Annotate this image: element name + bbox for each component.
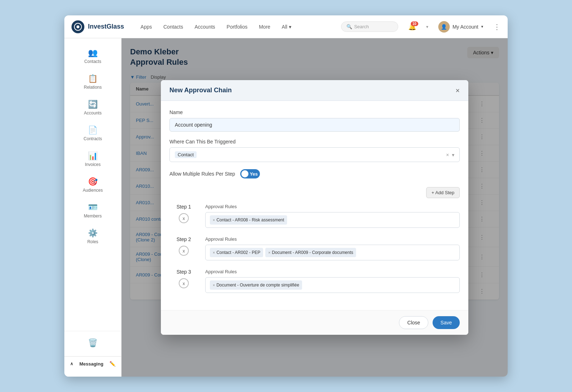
sidebar-item-relations[interactable]: 📋 Relations — [64, 70, 121, 94]
nav-more[interactable]: More — [258, 23, 271, 31]
search-box[interactable]: 🔍 Search — [341, 21, 398, 32]
sidebar-item-members[interactable]: 🪪 Members — [64, 199, 121, 223]
more-options-button[interactable]: ⋮ — [493, 23, 500, 31]
messaging-section[interactable]: ∧ Messaging ✏️ — [64, 356, 121, 371]
sidebar-item-invoices[interactable]: 📊 Invoices — [64, 147, 121, 171]
sidebar-label-contracts: Contracts — [84, 136, 102, 141]
step-2-tags-field[interactable]: × Contact - AR002 - PEP × Document - AR0… — [205, 245, 460, 260]
audiences-icon: 🎯 — [88, 177, 98, 186]
toggle-switch[interactable]: Yes — [240, 169, 260, 178]
modal-footer: Close Save — [161, 310, 468, 335]
account-chevron-icon: ▾ — [481, 24, 483, 29]
modal-header: New Approval Chain × — [161, 80, 468, 101]
tag-text: Document - AR009 - Corporate documents — [272, 250, 353, 255]
trigger-select[interactable]: Contact × ▾ — [169, 147, 460, 162]
trigger-form-group: Where Can This Be Triggered Contact × ▾ — [169, 139, 460, 162]
modal-body: Name Where Can This Be Triggered Contact — [161, 101, 468, 310]
select-chevron-icon[interactable]: ▾ — [452, 152, 454, 158]
nav-apps[interactable]: Apps — [140, 23, 153, 31]
sidebar-item-trash[interactable]: 🗑️ — [64, 334, 121, 352]
sidebar-item-contracts[interactable]: 📄 Contracts — [64, 121, 121, 146]
step-3-remove-button[interactable]: x — [179, 278, 189, 288]
step-1-rules-label: Approval Rules — [205, 204, 460, 209]
search-icon: 🔍 — [346, 24, 352, 29]
members-icon: 🪪 — [88, 203, 98, 212]
nav-all[interactable]: All ▾ — [281, 23, 292, 31]
modal-new-approval-chain: New Approval Chain × Name Where Can This… — [161, 80, 468, 335]
step-3-content: Approval Rules × Document - Ouverture de… — [205, 269, 460, 293]
step-3-label-col: Step 3 x — [169, 269, 198, 288]
step-1-content: Approval Rules × Contact - AR008 - Risk … — [205, 204, 460, 228]
step-3-tags-field[interactable]: × Document - Ouverture de compte simplif… — [205, 277, 460, 293]
select-tags: Contact — [175, 151, 197, 158]
tag-remove-icon[interactable]: × — [213, 218, 215, 222]
trigger-tag: Contact — [175, 151, 197, 158]
modal-title: New Approval Chain — [169, 87, 232, 94]
sidebar-label-invoices: Invoices — [85, 162, 100, 167]
sidebar: 👥 Contacts 📋 Relations 🔄 Accounts 📄 Cont… — [64, 38, 122, 377]
sidebar-item-audiences[interactable]: 🎯 Audiences — [64, 173, 121, 197]
search-placeholder: Search — [354, 24, 369, 29]
name-form-group: Name — [169, 109, 460, 132]
sidebar-item-contacts[interactable]: 👥 Contacts — [64, 44, 121, 68]
nav-portfolios[interactable]: Portfolios — [226, 23, 248, 31]
app-window: InvestGlass Apps Contacts Accounts Portf… — [64, 15, 508, 377]
accounts-icon: 🔄 — [88, 100, 98, 109]
roles-icon: ⚙️ — [88, 229, 98, 238]
sidebar-label-accounts: Accounts — [84, 111, 102, 116]
step-3-rules-label: Approval Rules — [205, 269, 460, 274]
name-input[interactable] — [169, 118, 460, 132]
top-nav: InvestGlass Apps Contacts Accounts Portf… — [64, 15, 508, 38]
step-1-tag-0: × Contact - AR008 - Risk assessment — [210, 215, 287, 225]
sidebar-item-accounts[interactable]: 🔄 Accounts — [64, 95, 121, 120]
step-2-label: Step 2 — [177, 236, 191, 242]
sidebar-label-roles: Roles — [87, 239, 98, 244]
step-1-row: Step 1 x Approval Rules × Contact - AR00… — [169, 204, 460, 228]
close-button[interactable]: Close — [399, 316, 428, 329]
step-1-tags-field[interactable]: × Contact - AR008 - Risk assessment — [205, 212, 460, 228]
step-1-remove-button[interactable]: x — [179, 213, 189, 223]
contacts-icon: 👥 — [88, 48, 98, 58]
notification-badge: 10 — [411, 21, 418, 26]
name-label: Name — [169, 109, 460, 115]
messaging-edit-icon[interactable]: ✏️ — [109, 361, 115, 367]
logo-icon — [72, 20, 84, 33]
sidebar-item-roles[interactable]: ⚙️ Roles — [64, 224, 121, 249]
logo-text: InvestGlass — [88, 23, 124, 30]
contracts-icon: 📄 — [88, 126, 98, 135]
account-button[interactable]: 👤 My Account ▾ — [438, 21, 483, 33]
tag-remove-icon[interactable]: × — [213, 250, 215, 255]
notification-button[interactable]: 🔔 10 — [408, 23, 416, 31]
step-2-row: Step 2 x Approval Rules × Contact - AR00… — [169, 236, 460, 260]
modal-overlay: New Approval Chain × Name Where Can This… — [122, 38, 508, 377]
tag-text: Document - Ouverture de compte simplifié… — [216, 283, 299, 288]
tag-remove-icon[interactable]: × — [213, 283, 215, 287]
sidebar-label-relations: Relations — [84, 85, 102, 90]
toggle-label: Allow Multiple Rules Per Step — [169, 171, 235, 177]
sidebar-label-audiences: Audiences — [83, 188, 103, 193]
trigger-label: Where Can This Be Triggered — [169, 139, 460, 144]
step-2-remove-button[interactable]: x — [179, 246, 189, 256]
avatar: 👤 — [438, 21, 450, 33]
tag-text: Contact - AR008 - Risk assessment — [216, 217, 284, 222]
steps-area: Step 1 x Approval Rules × Contact - AR00… — [169, 204, 460, 293]
step-3-row: Step 3 x Approval Rules × Document - Ouv… — [169, 269, 460, 293]
select-clear-icon[interactable]: × — [446, 152, 449, 158]
messaging-chevron-icon: ∧ — [70, 361, 73, 366]
nav-contacts[interactable]: Contacts — [163, 23, 184, 31]
step-3-label: Step 3 — [177, 269, 191, 275]
main-content: 👥 Contacts 📋 Relations 🔄 Accounts 📄 Cont… — [64, 38, 508, 377]
nav-accounts[interactable]: Accounts — [194, 23, 216, 31]
chevron-icon: ▾ — [426, 24, 428, 29]
save-button[interactable]: Save — [433, 316, 460, 329]
modal-close-button[interactable]: × — [455, 87, 460, 94]
invoices-icon: 📊 — [88, 151, 98, 161]
logo-area: InvestGlass — [72, 20, 124, 33]
step-3-tag-0: × Document - Ouverture de compte simplif… — [210, 280, 302, 290]
step-2-rules-label: Approval Rules — [205, 236, 460, 242]
tag-remove-icon[interactable]: × — [268, 250, 270, 255]
toggle-row: Allow Multiple Rules Per Step Yes — [169, 169, 460, 178]
relations-icon: 📋 — [88, 74, 98, 83]
add-step-button[interactable]: + Add Step — [426, 187, 460, 198]
step-2-tag-0: × Contact - AR002 - PEP — [210, 248, 263, 257]
